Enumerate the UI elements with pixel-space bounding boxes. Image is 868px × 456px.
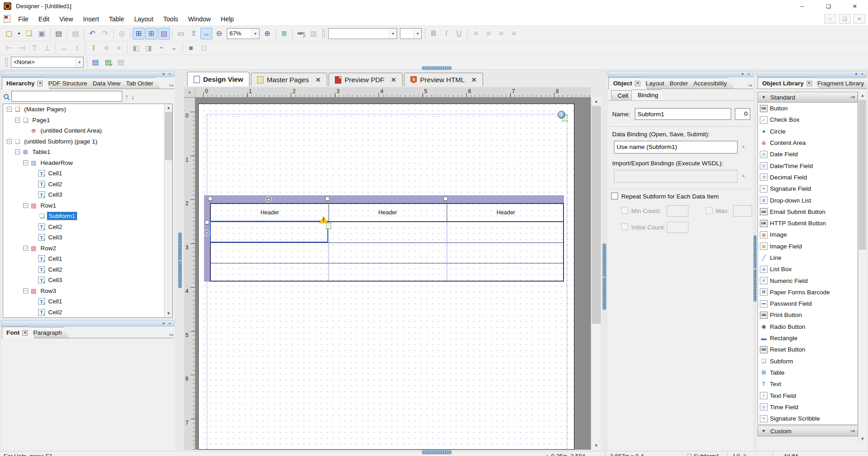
rotate-left-button[interactable]: ◧ (130, 42, 142, 54)
tree-item-cell2[interactable]: T+Cell2 (3, 179, 172, 190)
view-tab-design-view[interactable]: Design View (187, 72, 249, 86)
menu-file[interactable]: File (13, 12, 34, 26)
library-item-table[interactable]: ⊞Table (758, 367, 858, 378)
object-subtab-cell[interactable]: Cell (611, 90, 634, 100)
view-tab-close-icon[interactable]: ✕ (391, 76, 397, 84)
right-splitter-handle[interactable]: ▸ (753, 235, 757, 302)
library-item-content-area[interactable]: ⊕Content Area (758, 137, 858, 149)
object-tab-close-icon[interactable]: ✕ (635, 81, 640, 86)
library-item-drop-down-list[interactable]: ≣Drop-down List (758, 194, 858, 206)
zoom-in-button[interactable]: ⊕ (261, 28, 273, 40)
scroll-down-icon[interactable]: ▼ (591, 442, 601, 450)
object-library-titlebar[interactable]: ▾ × (757, 71, 867, 77)
library-item-rectangle[interactable]: ▬Rectangle (758, 332, 858, 344)
font-tab-paragraph[interactable]: Paragraph (29, 327, 69, 338)
left-splitter-handle[interactable]: ◂ (178, 233, 182, 288)
hierarchy-tabstrip-menu-icon[interactable]: ≡▾ (169, 84, 173, 88)
library-item-date-field[interactable]: ◷Date Field (758, 149, 858, 160)
hierarchy-panel-titlebar[interactable]: ▾ × (1, 71, 175, 77)
column-handle-icon[interactable] (444, 197, 448, 201)
tree-item-untitled-content-area[interactable]: ⊕(untitled Content Area) (3, 125, 172, 136)
snap-to-grid-toggle[interactable]: ⊞ (145, 28, 157, 40)
new-form-dropdown[interactable]: ▾ (16, 28, 22, 40)
tree-item-master-pages[interactable]: −❏(Master Pages) (3, 104, 172, 115)
column-menu-icon[interactable]: ▼ (265, 196, 272, 203)
scroll-up-icon[interactable]: ▲ (591, 98, 601, 105)
section-menu-icon[interactable]: ≡▾ (850, 429, 855, 433)
distribute-vertically-button[interactable]: ≡ (100, 42, 112, 54)
tree-item-cell1[interactable]: T+Cell1 (3, 296, 172, 307)
scrollbar-thumb[interactable] (165, 112, 172, 160)
toolbar-grip[interactable] (5, 57, 8, 67)
tree-expander-icon[interactable]: − (7, 139, 12, 144)
library-item-password-field[interactable]: •••Password Field (758, 298, 858, 309)
table-row-band[interactable] (204, 203, 210, 282)
repeat-subform-checkbox[interactable] (611, 193, 618, 199)
menu-edit[interactable]: Edit (34, 12, 55, 26)
scrollbar-thumb[interactable] (859, 100, 866, 250)
scroll-up-icon[interactable]: ▲ (165, 104, 173, 112)
library-item-text[interactable]: TText (758, 378, 858, 390)
header-cell[interactable]: Header (211, 204, 329, 221)
align-top-button[interactable]: ⊤ (29, 42, 40, 54)
initial-count-checkbox[interactable] (621, 223, 628, 230)
view-tab-preview-pdf[interactable]: Preview PDF✕ (329, 73, 403, 86)
rotate-right-button[interactable]: ◨ (143, 42, 155, 54)
library-item-list-box[interactable]: ≣List Box (758, 263, 858, 275)
library-item-text-field[interactable]: IText Field (758, 390, 858, 401)
zoom-level-combo[interactable]: 67%▾ (227, 28, 259, 39)
window-restore-button[interactable]: ❏ (815, 0, 842, 12)
save-button[interactable]: ▣ (36, 28, 48, 40)
collapse-icon[interactable]: ▼ (762, 429, 766, 433)
zoom-level-combo-arrow-icon[interactable]: ▾ (251, 29, 259, 39)
font-tab-close-icon[interactable]: ✕ (22, 330, 28, 336)
tree-item-row2[interactable]: −▤Row2 (3, 243, 172, 254)
style-editor-button[interactable]: ▤ (90, 56, 101, 68)
underline-button[interactable]: U (453, 28, 465, 40)
canvas-scrollbar[interactable]: ▲ ▼ (591, 98, 601, 450)
font-tab-font[interactable]: Font✕ (2, 327, 35, 338)
library-item-decimal-field[interactable]: .0Decimal Field (758, 172, 858, 183)
library-item-button[interactable]: OKButton (758, 103, 858, 114)
library-item-signature-field[interactable]: ✎Signature Field (758, 183, 858, 194)
tree-expander-icon[interactable]: − (15, 118, 20, 123)
table-column-band[interactable] (204, 195, 564, 203)
panel-menu-icon[interactable]: ▾ × (855, 72, 865, 76)
font-size-combo-arrow-icon[interactable]: ▾ (414, 29, 421, 39)
bold-button[interactable]: B (428, 28, 439, 40)
header-cell[interactable]: Header (447, 204, 565, 221)
tree-item-row1[interactable]: −▤Row1 (3, 200, 172, 211)
send-to-back-button[interactable]: □ (198, 42, 210, 54)
hierarchy-tab-data-view[interactable]: Data View (88, 78, 127, 89)
zoom-out-button[interactable]: ⊖ (213, 28, 225, 40)
library-item-check-box[interactable]: ✓Check Box (758, 114, 858, 125)
search-down-icon[interactable]: ↓ (131, 93, 135, 100)
menu-window[interactable]: Window (183, 12, 216, 26)
view-tab-preview-html[interactable]: Preview HTML✕ (404, 73, 483, 86)
menu-help[interactable]: Help (216, 12, 239, 26)
spell-check-button[interactable]: ABC✓ (295, 28, 307, 40)
tree-expander-icon[interactable]: − (7, 107, 12, 112)
center-vertically-button[interactable]: ↕ (71, 42, 83, 54)
font-size-combo[interactable]: ▾ (400, 28, 422, 39)
hierarchy-tab-tab-order[interactable]: Tab Order (121, 78, 160, 89)
hierarchy-tab-pdf-structure[interactable]: PDF Structure (44, 78, 94, 89)
row-handle-icon[interactable] (205, 220, 209, 224)
library-item-reset-button[interactable]: OKReset Button (758, 344, 858, 355)
window-minimize-button[interactable]: ─ (789, 0, 815, 12)
font-panel-titlebar[interactable]: ▾ × (1, 320, 175, 327)
scrollbar-thumb[interactable] (592, 106, 601, 324)
library-item-email-submit-button[interactable]: OKEmail Submit Button (758, 206, 858, 218)
tree-item-cell2[interactable]: T+Cell2 (3, 264, 172, 275)
mdi-minimize-button[interactable]: ─ (824, 14, 836, 24)
data-binding-menu-icon[interactable]: ≡. (740, 144, 748, 150)
align-text-justify-button[interactable]: ≡ (508, 28, 520, 40)
align-right-button[interactable]: ⊣ (16, 42, 28, 54)
tree-item-cell3[interactable]: T+Cell3 (3, 189, 172, 200)
align-text-right-button[interactable]: ≡ (495, 28, 507, 40)
view-tab-master-pages[interactable]: Master Pages✕ (251, 73, 327, 86)
font-tabstrip-menu-icon[interactable]: ≡▾ (169, 333, 173, 337)
style-combo-arrow-icon[interactable]: ▾ (75, 57, 83, 67)
tree-item-cell2[interactable]: T+Cell2 (3, 307, 172, 318)
menu-insert[interactable]: Insert (78, 12, 104, 26)
